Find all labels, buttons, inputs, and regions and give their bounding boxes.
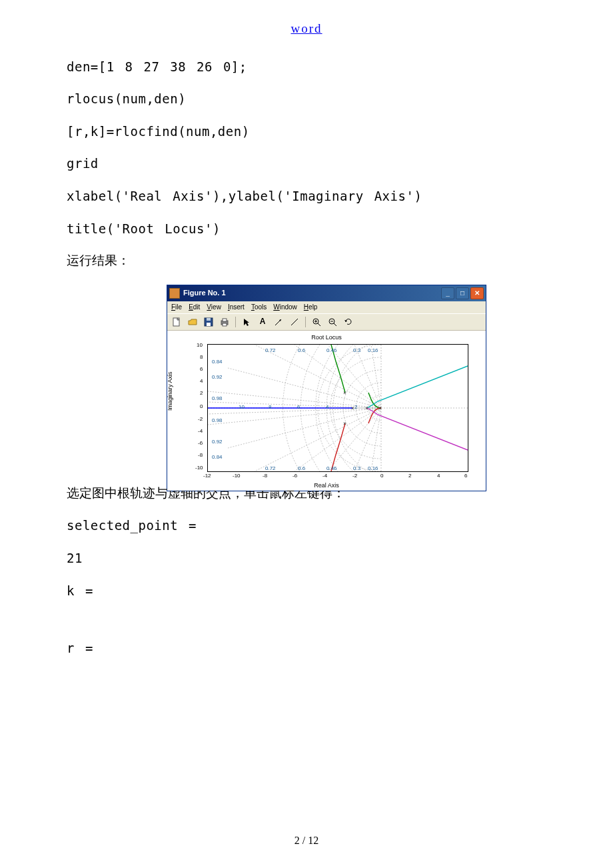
- code-line-5: xlabel('Real Axis'),ylabel('Imaginary Ax…: [67, 187, 546, 205]
- output-r: r =: [67, 639, 546, 657]
- damping-label: 0.84: [212, 453, 223, 461]
- document-page: word den=[1 8 27 38 26 0]; rlocus(num,de…: [0, 0, 613, 868]
- svg-line-21: [295, 345, 381, 408]
- output-value-21: 21: [67, 549, 546, 567]
- code-line-3: [r,k]=rlocfind(num,den): [67, 123, 546, 141]
- menu-window[interactable]: Window: [273, 303, 297, 312]
- rotate-icon[interactable]: [342, 315, 355, 329]
- svg-text:×: ×: [378, 405, 382, 411]
- zoom-out-icon[interactable]: [326, 315, 339, 329]
- ytick: 4: [200, 377, 203, 385]
- menu-view[interactable]: View: [207, 303, 221, 312]
- axes-frame: × × × × × 0.72 0.6 0.46 0.3 0.16 0.84 0.…: [207, 344, 468, 472]
- xtick: 4: [437, 472, 440, 479]
- svg-line-9: [291, 319, 298, 325]
- page-number: 2 / 12: [0, 833, 613, 848]
- toolbar-separator-2: [305, 317, 306, 327]
- code-line-4: grid: [67, 155, 546, 173]
- svg-rect-3: [207, 318, 211, 321]
- ytick: 0: [200, 403, 203, 410]
- plot-title: Root Locus: [167, 333, 486, 342]
- toolbar: A: [167, 313, 486, 331]
- damping-label: 0.3: [353, 347, 360, 354]
- ytick: -8: [198, 451, 203, 459]
- plot-xlabel: Real Axis: [167, 481, 486, 490]
- radial-label: 2: [354, 403, 357, 411]
- matlab-figure-window: Figure No. 1 _ □ ✕ File Edit View Insert…: [167, 285, 486, 491]
- text-icon[interactable]: A: [256, 315, 269, 329]
- damping-label: 0.92: [212, 373, 223, 381]
- arrow-icon[interactable]: [272, 315, 285, 329]
- svg-text:×: ×: [343, 390, 346, 396]
- svg-rect-2: [207, 323, 211, 326]
- damping-label: 0.16: [368, 465, 378, 472]
- radial-label: 10: [239, 403, 245, 411]
- svg-line-25: [228, 368, 381, 408]
- damping-label: 0.98: [212, 417, 223, 424]
- maximize-button[interactable]: □: [456, 287, 469, 299]
- root-locus-plot[interactable]: Root Locus Imaginary Axis Real Axis 10 8…: [167, 331, 486, 491]
- close-button[interactable]: ✕: [470, 287, 484, 299]
- damping-label: 0.84: [212, 358, 223, 365]
- damping-label: 0.6: [298, 347, 305, 354]
- pointer-icon[interactable]: [240, 315, 253, 329]
- plot-ylabel: Imaginary Axis: [166, 371, 175, 411]
- svg-line-11: [318, 323, 320, 326]
- minimize-button[interactable]: _: [441, 287, 454, 299]
- svg-line-28: [255, 408, 381, 471]
- open-file-icon[interactable]: [186, 315, 199, 329]
- code-line-1: den=[1 8 27 38 26 0];: [67, 58, 546, 76]
- ytick: -2: [198, 415, 203, 423]
- radial-label: 4: [326, 403, 328, 411]
- run-result-label: 运行结果：: [67, 252, 546, 270]
- damping-label: 0.98: [212, 395, 223, 402]
- line-icon[interactable]: [288, 315, 301, 329]
- ytick: -4: [198, 427, 203, 435]
- svg-text:×: ×: [365, 405, 368, 411]
- damping-label: 0.6: [298, 465, 305, 472]
- svg-line-33: [228, 408, 381, 448]
- xtick: -4: [322, 472, 327, 479]
- ytick: 2: [200, 389, 203, 397]
- xtick: -12: [203, 472, 211, 479]
- svg-text:×: ×: [343, 421, 346, 427]
- xtick: 0: [380, 472, 383, 479]
- xtick: -6: [293, 472, 297, 479]
- ytick: 6: [200, 365, 203, 373]
- ytick: 8: [200, 353, 203, 361]
- xtick: 6: [464, 472, 467, 479]
- menu-insert[interactable]: Insert: [228, 303, 245, 312]
- damping-label: 0.72: [265, 347, 276, 354]
- svg-line-22: [328, 345, 381, 408]
- menu-help[interactable]: Help: [304, 303, 318, 312]
- svg-rect-5: [223, 319, 227, 321]
- svg-line-30: [328, 408, 381, 471]
- new-file-icon[interactable]: [170, 315, 183, 329]
- app-icon: [169, 288, 180, 299]
- header-word-link[interactable]: word: [67, 20, 546, 38]
- zoom-in-icon[interactable]: [310, 315, 323, 329]
- xtick: -10: [233, 472, 241, 479]
- svg-line-20: [255, 345, 381, 408]
- save-icon[interactable]: [202, 315, 215, 329]
- xtick: 2: [408, 472, 411, 479]
- print-icon[interactable]: [218, 315, 231, 329]
- output-selected-point: selected_point =: [67, 517, 546, 535]
- xtick: -2: [352, 472, 357, 479]
- damping-label: 0.16: [368, 347, 378, 354]
- damping-label: 0.72: [265, 465, 276, 472]
- window-titlebar[interactable]: Figure No. 1 _ □ ✕: [167, 285, 486, 301]
- menu-tools[interactable]: Tools: [251, 303, 267, 312]
- menu-edit[interactable]: Edit: [189, 303, 200, 312]
- menubar: File Edit View Insert Tools Window Help: [167, 301, 486, 313]
- svg-rect-6: [223, 323, 227, 326]
- window-title: Figure No. 1: [183, 288, 226, 298]
- ytick: -10: [195, 464, 203, 471]
- menu-file[interactable]: File: [171, 303, 182, 312]
- svg-line-15: [334, 323, 336, 326]
- code-line-2: rlocus(num,den): [67, 90, 546, 108]
- damping-label: 0.92: [212, 438, 223, 445]
- radial-label: 6: [297, 403, 300, 411]
- xtick: -8: [263, 472, 267, 479]
- damping-label: 0.46: [326, 465, 337, 472]
